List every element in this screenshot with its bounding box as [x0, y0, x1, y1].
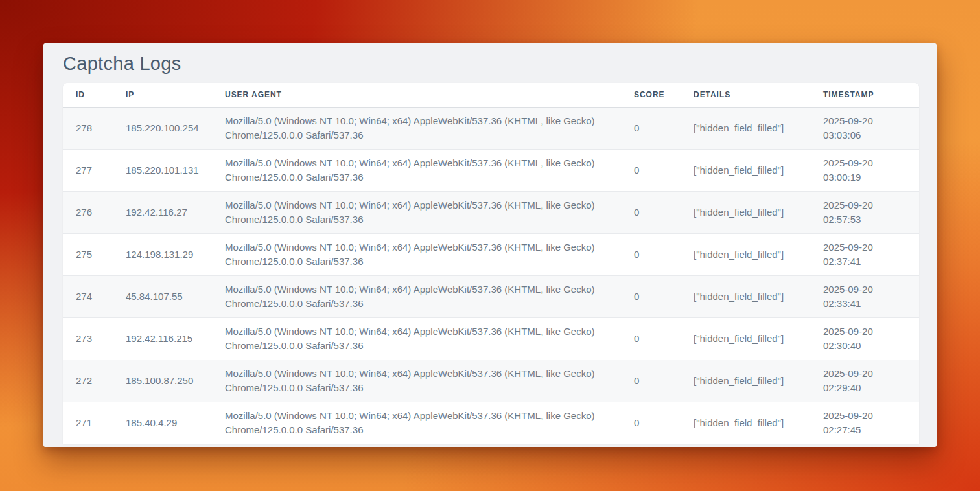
cell-id: 277 — [63, 150, 113, 192]
cell-ip: 124.198.131.29 — [113, 234, 212, 276]
cell-id: 275 — [63, 234, 113, 276]
cell-id: 274 — [63, 276, 113, 318]
cell-details: ["hidden_field_filled"] — [681, 402, 810, 444]
cell-score: 0 — [621, 318, 681, 360]
cell-timestamp: 2025-09-20 02:57:53 — [810, 192, 919, 234]
cell-score: 0 — [621, 276, 681, 318]
table-header-row: IDIPUSER AGENTSCOREDETAILSTIMESTAMP — [63, 83, 919, 108]
cell-timestamp: 2025-09-20 03:00:19 — [810, 150, 919, 192]
table-row: 273192.42.116.215Mozilla/5.0 (Windows NT… — [63, 318, 919, 360]
cell-ip: 185.220.101.131 — [113, 150, 212, 192]
column-header-id: ID — [63, 83, 113, 108]
cell-ip: 192.42.116.215 — [113, 318, 212, 360]
column-header-details: DETAILS — [681, 83, 810, 108]
cell-timestamp: 2025-09-20 02:33:41 — [810, 276, 919, 318]
logs-table: IDIPUSER AGENTSCOREDETAILSTIMESTAMP 2781… — [63, 83, 919, 444]
page-title: Captcha Logs — [63, 53, 917, 74]
cell-id: 278 — [63, 108, 113, 150]
table-body: 278185.220.100.254Mozilla/5.0 (Windows N… — [63, 108, 919, 444]
table-row: 272185.100.87.250Mozilla/5.0 (Windows NT… — [63, 360, 919, 402]
cell-score: 0 — [621, 402, 681, 444]
cell-ip: 185.220.100.254 — [113, 108, 212, 150]
cell-user_agent: Mozilla/5.0 (Windows NT 10.0; Win64; x64… — [212, 234, 621, 276]
cell-user_agent: Mozilla/5.0 (Windows NT 10.0; Win64; x64… — [212, 402, 621, 444]
cell-id: 271 — [63, 402, 113, 444]
cell-id: 272 — [63, 360, 113, 402]
cell-user_agent: Mozilla/5.0 (Windows NT 10.0; Win64; x64… — [212, 192, 621, 234]
page-background: { "page": { "title": "Captcha Logs" }, "… — [0, 0, 980, 491]
cell-timestamp: 2025-09-20 02:37:41 — [810, 234, 919, 276]
cell-score: 0 — [621, 108, 681, 150]
cell-user_agent: Mozilla/5.0 (Windows NT 10.0; Win64; x64… — [212, 108, 621, 150]
cell-user_agent: Mozilla/5.0 (Windows NT 10.0; Win64; x64… — [212, 360, 621, 402]
cell-details: ["hidden_field_filled"] — [681, 318, 810, 360]
cell-details: ["hidden_field_filled"] — [681, 234, 810, 276]
cell-details: ["hidden_field_filled"] — [681, 276, 810, 318]
table-row: 271185.40.4.29Mozilla/5.0 (Windows NT 10… — [63, 402, 919, 444]
cell-score: 0 — [621, 234, 681, 276]
cell-details: ["hidden_field_filled"] — [681, 360, 810, 402]
cell-ip: 185.40.4.29 — [113, 402, 212, 444]
logs-table-container: IDIPUSER AGENTSCOREDETAILSTIMESTAMP 2781… — [63, 83, 919, 444]
cell-user_agent: Mozilla/5.0 (Windows NT 10.0; Win64; x64… — [212, 318, 621, 360]
cell-score: 0 — [621, 192, 681, 234]
table-row: 278185.220.100.254Mozilla/5.0 (Windows N… — [63, 108, 919, 150]
table-row: 276192.42.116.27Mozilla/5.0 (Windows NT … — [63, 192, 919, 234]
table-row: 275124.198.131.29Mozilla/5.0 (Windows NT… — [63, 234, 919, 276]
cell-details: ["hidden_field_filled"] — [681, 108, 810, 150]
cell-timestamp: 2025-09-20 02:30:40 — [810, 318, 919, 360]
column-header-timestamp: TIMESTAMP — [810, 83, 919, 108]
cell-user_agent: Mozilla/5.0 (Windows NT 10.0; Win64; x64… — [212, 150, 621, 192]
cell-timestamp: 2025-09-20 02:29:40 — [810, 360, 919, 402]
cell-id: 273 — [63, 318, 113, 360]
column-header-ip: IP — [113, 83, 212, 108]
cell-score: 0 — [621, 150, 681, 192]
cell-id: 276 — [63, 192, 113, 234]
table-head: IDIPUSER AGENTSCOREDETAILSTIMESTAMP — [63, 83, 919, 108]
cell-timestamp: 2025-09-20 03:03:06 — [810, 108, 919, 150]
cell-details: ["hidden_field_filled"] — [681, 150, 810, 192]
cell-ip: 45.84.107.55 — [113, 276, 212, 318]
cell-score: 0 — [621, 360, 681, 402]
table-row: 27445.84.107.55Mozilla/5.0 (Windows NT 1… — [63, 276, 919, 318]
column-header-score: SCORE — [621, 83, 681, 108]
cell-timestamp: 2025-09-20 02:27:45 — [810, 402, 919, 444]
cell-ip: 192.42.116.27 — [113, 192, 212, 234]
table-row: 277185.220.101.131Mozilla/5.0 (Windows N… — [63, 150, 919, 192]
captcha-logs-card: Captcha Logs IDIPUSER AGENTSCOREDETAILST… — [43, 43, 937, 447]
cell-details: ["hidden_field_filled"] — [681, 192, 810, 234]
column-header-user_agent: USER AGENT — [212, 83, 621, 108]
cell-user_agent: Mozilla/5.0 (Windows NT 10.0; Win64; x64… — [212, 276, 621, 318]
cell-ip: 185.100.87.250 — [113, 360, 212, 402]
